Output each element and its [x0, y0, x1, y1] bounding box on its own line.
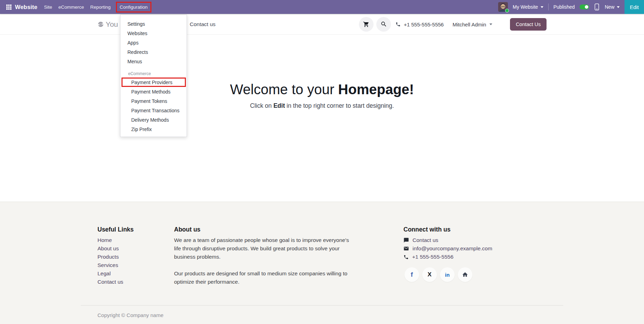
menu-item-delivery-methods[interactable]: Delivery Methods — [120, 115, 187, 125]
footer-useful-links: Useful Links Home About us Products Serv… — [97, 226, 134, 286]
footer-link-services[interactable]: Services — [97, 262, 118, 268]
about-paragraph-1: We are a team of passionate people whose… — [174, 236, 354, 261]
linkedin-button[interactable]: in — [440, 267, 455, 282]
copyright-text: Copyright © Company name — [97, 312, 163, 319]
connect-email-link[interactable]: info@yourcompany.example.com — [403, 244, 515, 253]
menu-section-ecommerce: eCommerce — [120, 71, 187, 77]
mobile-preview-icon[interactable] — [594, 3, 600, 11]
footer-column-title: About us — [174, 226, 354, 233]
home-icon — [462, 272, 468, 278]
website-footer: Useful Links Home About us Products Serv… — [0, 202, 644, 324]
topbar-menu-ecommerce[interactable]: eCommerce — [57, 5, 85, 10]
user-avatar[interactable] — [498, 2, 508, 12]
menu-item-websites[interactable]: Websites — [120, 29, 187, 38]
search-button[interactable] — [376, 17, 391, 32]
contact-us-button[interactable]: Contact Us — [510, 18, 547, 31]
cart-icon — [363, 21, 369, 27]
menu-item-payment-providers[interactable]: Payment Providers — [120, 78, 187, 87]
footer-link-legal[interactable]: Legal — [97, 270, 111, 276]
cart-button[interactable] — [359, 17, 374, 32]
header-phone-number: +1 555-555-5556 — [404, 21, 444, 27]
page-title: Welcome to your Homepage! — [0, 81, 644, 97]
company-logo[interactable]: You — [98, 20, 118, 29]
menu-item-payment-tokens[interactable]: Payment Tokens — [120, 97, 187, 106]
footer-link-products[interactable]: Products — [97, 254, 119, 260]
connect-contact-link[interactable]: Contact us — [403, 236, 515, 244]
toggle-knob — [585, 5, 588, 9]
topbar-menu-configuration[interactable]: Configuration — [116, 2, 151, 13]
online-status-dot — [505, 9, 509, 13]
logo-text: You — [106, 20, 118, 29]
website-switcher[interactable]: My Website — [513, 4, 543, 10]
chat-bubble-icon — [403, 237, 409, 243]
social-links: f X in — [405, 267, 472, 282]
envelope-icon — [403, 246, 409, 251]
x-twitter-icon: X — [427, 271, 431, 278]
home-link-button[interactable] — [458, 267, 472, 282]
menu-item-payment-transactions[interactable]: Payment Transactions — [120, 106, 187, 115]
footer-link-home[interactable]: Home — [97, 237, 112, 243]
footer-about-us: About us We are a team of passionate peo… — [174, 226, 354, 286]
configuration-dropdown-menu: Settings Websites Apps Redirects Menus e… — [120, 15, 187, 137]
website-page-header: You Contact us +1 555-555-5556 Mitchell … — [0, 14, 644, 35]
about-paragraph-2: Our products are designed for small to m… — [174, 269, 354, 286]
menu-item-settings[interactable]: Settings — [120, 19, 187, 29]
footer-column-title: Connect with us — [403, 226, 515, 233]
topbar-menu-reporting[interactable]: Reporting — [89, 5, 112, 10]
app-name[interactable]: Website — [15, 4, 37, 10]
publish-label: Published — [553, 4, 575, 10]
logo-sphere-icon — [98, 21, 104, 28]
edit-button[interactable]: Edit — [625, 0, 644, 14]
user-account-menu[interactable]: Mitchell Admin — [453, 21, 492, 27]
new-content-button[interactable]: New — [605, 4, 620, 10]
topbar-menu-site[interactable]: Site — [43, 5, 53, 10]
page-subtitle: Click on Edit in the top right corner to… — [0, 102, 644, 110]
phone-icon — [403, 254, 409, 260]
search-icon — [380, 21, 387, 27]
menu-item-apps[interactable]: Apps — [120, 38, 187, 48]
footer-divider — [81, 305, 563, 306]
footer-column-title: Useful Links — [97, 226, 134, 233]
footer-link-contact-us[interactable]: Contact us — [97, 279, 123, 285]
homepage-content: Welcome to your Homepage! Click on Edit … — [0, 35, 644, 202]
header-phone-link[interactable]: +1 555-555-5556 — [395, 21, 444, 27]
facebook-button[interactable]: f — [405, 267, 419, 282]
menu-item-menus[interactable]: Menus — [120, 57, 187, 66]
topbar-systray: My Website Published New Edit — [498, 0, 644, 14]
separator — [548, 3, 549, 10]
phone-icon — [395, 22, 401, 27]
linkedin-icon: in — [445, 272, 449, 278]
odoo-top-navbar: Website Site eCommerce Reporting Configu… — [0, 0, 644, 14]
footer-connect: Connect with us Contact us info@yourcomp… — [403, 226, 515, 261]
chevron-down-icon — [541, 6, 543, 8]
x-twitter-button[interactable]: X — [422, 267, 437, 282]
apps-grid-icon[interactable] — [6, 5, 11, 10]
facebook-icon: f — [411, 271, 413, 278]
chevron-down-icon — [489, 23, 492, 25]
grid-icon — [6, 5, 11, 10]
menu-item-zip-prefix[interactable]: Zip Prefix — [120, 125, 187, 134]
smartphone-icon — [594, 3, 600, 11]
topbar-menus: Website Site eCommerce Reporting Configu… — [0, 0, 151, 14]
publish-toggle[interactable] — [580, 5, 589, 9]
nav-contact-us[interactable]: Contact us — [190, 21, 215, 27]
footer-link-about-us[interactable]: About us — [97, 245, 119, 251]
menu-item-redirects[interactable]: Redirects — [120, 48, 187, 57]
chevron-down-icon — [617, 6, 620, 8]
connect-phone-link[interactable]: +1 555-555-5556 — [403, 253, 515, 261]
menu-item-payment-methods[interactable]: Payment Methods — [120, 87, 187, 97]
